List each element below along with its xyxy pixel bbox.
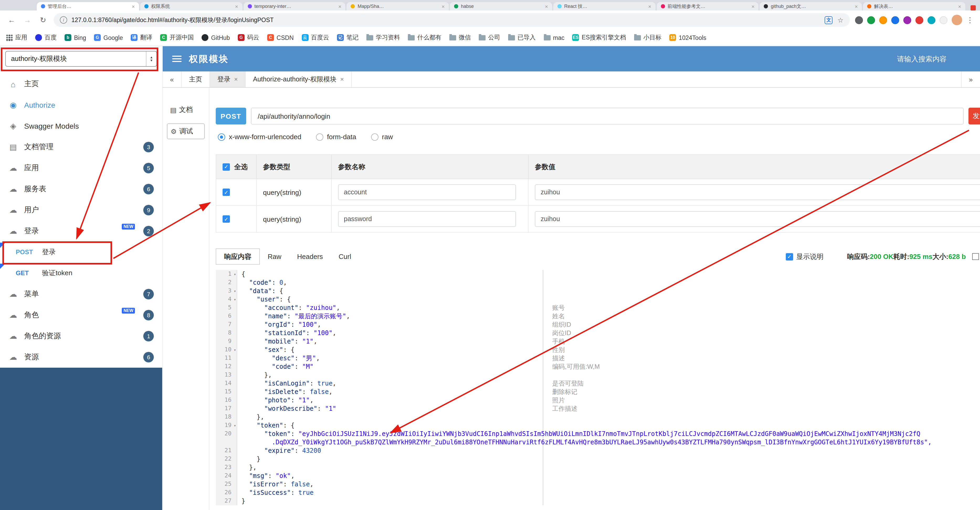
bookmark-item[interactable]: 记笔记 [337, 33, 358, 41]
expand-tabs-icon[interactable]: » [961, 72, 980, 87]
content-type-radio[interactable]: raw [371, 133, 393, 141]
extension-icon[interactable] [867, 16, 875, 24]
doc-tab[interactable]: 登录× [210, 72, 246, 87]
bookmark-item[interactable]: C开源中国 [160, 33, 194, 41]
sidebar-item[interactable]: ⌂主页 [0, 73, 162, 94]
bookmark-item[interactable]: bBing [65, 34, 86, 41]
sidebar-item[interactable]: ☁应用5 [0, 158, 162, 178]
sidebar-item[interactable]: ▤文档管理3 [0, 137, 162, 158]
collapse-tabs-icon[interactable]: « [163, 72, 181, 87]
bookmark-item[interactable]: 学习资料 [366, 33, 400, 41]
doc-tab[interactable]: 主页 [181, 72, 210, 87]
tab-close-icon[interactable]: × [958, 3, 961, 9]
content-type-radio[interactable]: form-data [316, 133, 356, 141]
browser-menu-icon[interactable]: ⋮ [966, 16, 974, 24]
extension-icon[interactable] [904, 16, 911, 24]
browser-tab[interactable]: 管理后台…× [37, 2, 139, 11]
nav-item-document[interactable]: ▤ 文档 [167, 102, 205, 117]
bookmark-item[interactable]: mac [544, 34, 564, 41]
bookmark-item[interactable]: 微信 [449, 33, 471, 41]
tab-close-icon[interactable]: × [751, 3, 754, 9]
param-value-input[interactable] [535, 184, 980, 200]
address-bar[interactable]: i 127.0.0.1:8760/api/gate/doc.html#/auth… [54, 13, 850, 27]
fullscreen-icon[interactable] [972, 253, 979, 260]
bookmark-item[interactable]: 101024Tools [669, 34, 706, 41]
browser-tab[interactable]: github_pach文…× [760, 2, 862, 11]
bookmark-item[interactable]: GGoogle [94, 34, 123, 41]
module-select[interactable]: authority-权限模块 ▲ ▼ [5, 51, 157, 67]
sidebar-item[interactable]: ☁角色的资源1 [0, 326, 162, 347]
forward-icon[interactable]: → [22, 16, 33, 24]
bookmark-item[interactable]: 什么都有 [408, 33, 441, 41]
bookmark-item[interactable]: CCSDN [267, 34, 294, 41]
sidebar-item[interactable]: ☁菜单7 [0, 284, 162, 304]
tab-close-icon[interactable]: × [338, 3, 342, 9]
tab-close-icon[interactable]: × [648, 3, 651, 9]
content-type-radio[interactable]: x-www-form-urlencoded [218, 133, 301, 141]
response-tab[interactable]: Headers [289, 249, 331, 265]
bookmark-item[interactable]: 已导入 [508, 33, 536, 41]
response-tab[interactable]: Raw [260, 249, 289, 265]
bookmark-item[interactable]: 应用 [6, 33, 27, 41]
sidebar-item[interactable]: ☁用户9 [0, 199, 162, 221]
send-button[interactable]: 发送 [969, 108, 980, 124]
tab-close-icon[interactable]: × [234, 76, 238, 83]
browser-tab[interactable]: React 技…× [553, 2, 655, 11]
bookmark-item[interactable]: 公司 [479, 33, 500, 41]
nav-item-debug[interactable]: ⚙ 调试 [167, 123, 205, 139]
extension-icon[interactable] [928, 16, 935, 24]
tab-close-icon[interactable]: × [235, 3, 238, 9]
response-tab[interactable]: 响应内容 [216, 249, 260, 265]
extension-icon[interactable] [891, 16, 899, 24]
record-icon[interactable] [970, 5, 976, 11]
bookmark-item[interactable]: 云百度云 [302, 33, 329, 41]
bookmark-item[interactable]: ESES搜索引擎文档 [573, 33, 626, 41]
show-desc-checkbox[interactable]: ✓ [786, 253, 793, 260]
browser-tab[interactable]: 权限系统× [140, 2, 242, 11]
sidebar-item[interactable]: ☁登录NEW2 [0, 221, 162, 242]
sidebar-item[interactable]: ☁服务表6 [0, 178, 162, 199]
extension-icon[interactable] [940, 16, 947, 24]
browser-tab[interactable]: 前端性能参考文…× [656, 2, 759, 11]
sidebar-item[interactable]: POST登录 [0, 242, 162, 263]
info-icon[interactable]: i [60, 16, 67, 24]
param-name-input[interactable] [338, 211, 516, 227]
sidebar-item[interactable]: GET验证token [0, 263, 162, 284]
sidebar-item[interactable]: ☁资源6 [0, 347, 162, 368]
bookmark-star-icon[interactable]: ☆ [837, 16, 843, 24]
bookmark-item[interactable]: 小目标 [634, 33, 661, 41]
header-search-input[interactable] [897, 55, 965, 63]
tab-close-icon[interactable]: × [132, 3, 135, 9]
bookmark-item[interactable]: 译翻译 [131, 33, 152, 41]
translate-ic[interactable]: 文 [825, 16, 833, 24]
sidebar-item[interactable]: ☁角色NEW8 [0, 304, 162, 326]
bookmark-item[interactable]: G码云 [238, 33, 259, 41]
extension-icon[interactable] [855, 16, 863, 24]
sidebar-item[interactable]: ◈Swagger Models [0, 116, 162, 137]
bookmark-item[interactable]: 百度 [35, 33, 57, 41]
bookmark-item[interactable]: GitHub [202, 34, 230, 41]
browser-tab[interactable]: Mapp/Sha…× [347, 2, 449, 11]
tab-close-icon[interactable]: × [545, 3, 548, 9]
back-icon[interactable]: ← [6, 16, 17, 24]
tab-close-icon[interactable]: × [340, 76, 344, 83]
tab-close-icon[interactable]: × [855, 3, 858, 9]
browser-tab[interactable]: habse× [450, 2, 552, 11]
hamburger-icon[interactable] [172, 56, 181, 62]
doc-tab[interactable]: Authorize-authority-权限模块× [246, 72, 352, 87]
sidebar-item[interactable]: ◉Authorize [0, 94, 162, 116]
show-desc-toggle[interactable]: ✓ 显示说明 [786, 252, 824, 261]
row-checkbox[interactable]: ✓ [223, 188, 230, 196]
reload-icon[interactable]: ↻ [38, 16, 48, 24]
extension-icon[interactable] [915, 16, 923, 24]
param-name-input[interactable] [338, 184, 516, 200]
browser-tab[interactable]: temporary-inter…× [243, 2, 346, 11]
tab-close-icon[interactable]: × [442, 3, 445, 9]
param-value-input[interactable] [535, 211, 980, 227]
response-editor[interactable]: 1{2 "code": 0,3 "data": {4 "user": {5 "a… [216, 270, 980, 505]
extension-icon[interactable] [879, 16, 887, 24]
browser-tab[interactable]: 解决表…× [863, 2, 966, 11]
row-checkbox[interactable]: ✓ [223, 215, 230, 223]
response-tab[interactable]: Curl [331, 249, 359, 265]
select-all-checkbox[interactable]: ✓ [223, 163, 230, 171]
